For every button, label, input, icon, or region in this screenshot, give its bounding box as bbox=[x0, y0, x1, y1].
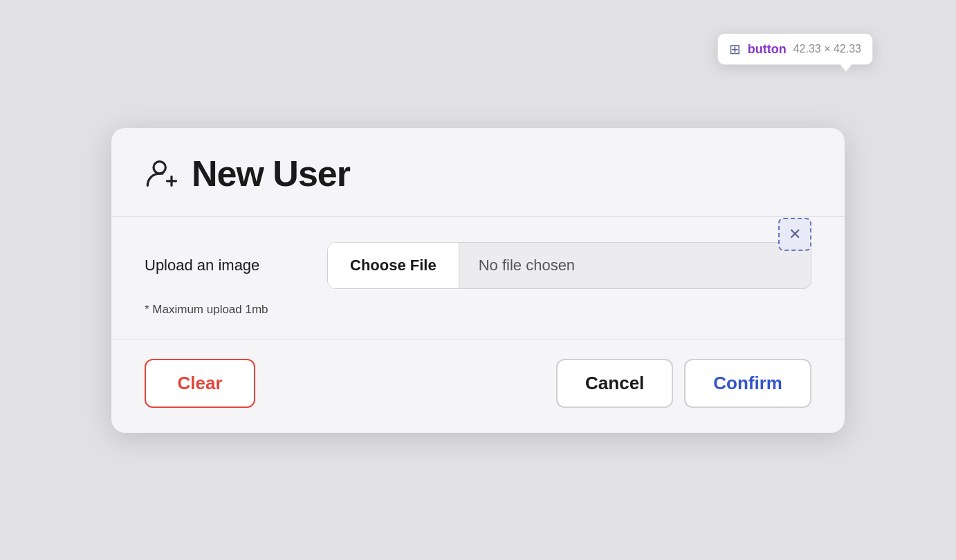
clear-button[interactable]: Clear bbox=[145, 359, 255, 408]
dialog-header: New User bbox=[111, 128, 845, 217]
user-plus-icon bbox=[145, 156, 181, 192]
dialog-title-group: New User bbox=[145, 153, 350, 194]
close-button[interactable]: ✕ bbox=[778, 218, 811, 251]
tooltip-popup: ⊞ button 42.33 × 42.33 bbox=[717, 33, 873, 65]
upload-label: Upload an image bbox=[145, 256, 311, 274]
cancel-button[interactable]: Cancel bbox=[556, 359, 673, 408]
file-input-wrapper: Choose File No file chosen bbox=[327, 242, 811, 289]
dialog-overlay: ⊞ button 42.33 × 42.33 ✕ New User bbox=[0, 0, 956, 560]
dialog-title: New User bbox=[192, 153, 350, 194]
no-file-text: No file chosen bbox=[459, 243, 811, 288]
dialog-body: Upload an image Choose File No file chos… bbox=[111, 217, 845, 339]
close-icon: ✕ bbox=[789, 227, 801, 242]
tooltip-label: button bbox=[748, 42, 787, 57]
upload-hint: * Maximum upload 1mb bbox=[145, 303, 811, 317]
upload-row: Upload an image Choose File No file chos… bbox=[145, 242, 811, 289]
svg-point-0 bbox=[154, 161, 165, 173]
confirm-button[interactable]: Confirm bbox=[684, 359, 811, 408]
tooltip-button-icon: ⊞ bbox=[729, 41, 741, 57]
tooltip-dimensions: 42.33 × 42.33 bbox=[793, 43, 861, 55]
dialog-footer: Clear Cancel Confirm bbox=[111, 339, 845, 433]
new-user-dialog: ✕ New User Upload an image Choose File bbox=[111, 128, 845, 433]
choose-file-button[interactable]: Choose File bbox=[328, 243, 459, 288]
